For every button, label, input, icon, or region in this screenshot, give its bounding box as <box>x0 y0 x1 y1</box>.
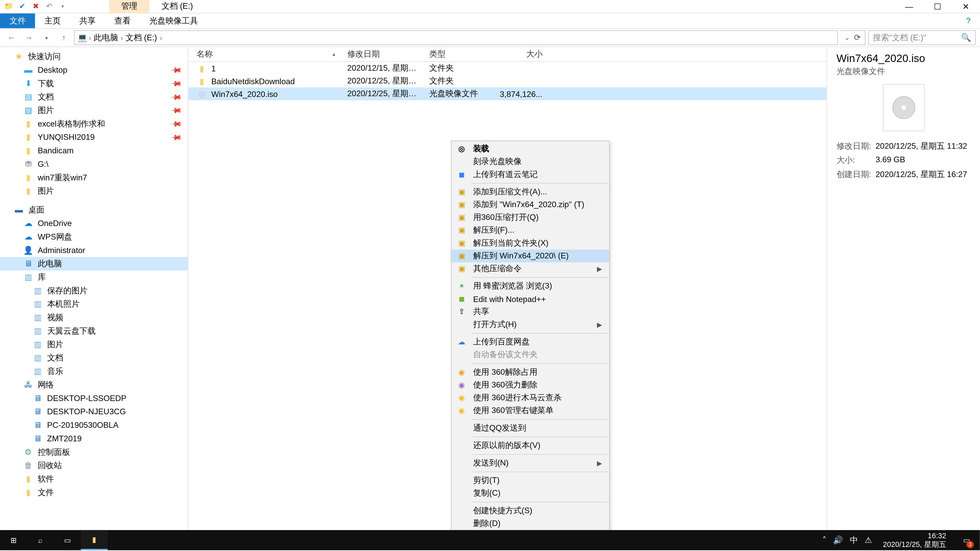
menu-notepadpp[interactable]: ◼Edit with Notepad++ <box>452 292 609 305</box>
tray-overflow[interactable]: ˄ <box>822 530 826 550</box>
menu-send-to[interactable]: 发送到(N)▶ <box>452 457 609 470</box>
menu-extract-to[interactable]: ▣解压到(F)... <box>452 224 609 237</box>
navigation-pane[interactable]: ★快速访问 ▬Desktop📌 ⬇下载📌 ▤文档📌 ▧图片📌 ▮excel表格制… <box>0 47 188 535</box>
folder-icon[interactable]: 📁 <box>3 0 15 12</box>
tree-bandicam[interactable]: ▮Bandicam <box>0 144 188 157</box>
tree-recycle[interactable]: 🗑回收站 <box>0 459 188 472</box>
menu-baidu-upload[interactable]: ☁上传到百度网盘 <box>452 336 609 348</box>
up-button[interactable]: ↑ <box>57 30 72 45</box>
menu-extract-here[interactable]: ▣解压到当前文件夹(X) <box>452 237 609 249</box>
col-size[interactable]: 大小 <box>490 48 549 60</box>
menu-extract-named[interactable]: ▣解压到 Win7x64_2020\ (E) <box>452 249 609 262</box>
col-name[interactable]: 名称▴ <box>188 48 339 60</box>
search-input[interactable]: 搜索"文档 (E:)" 🔍 <box>868 30 976 45</box>
menu-delete[interactable]: 删除(D) <box>452 517 609 530</box>
action-center-button[interactable]: ▭ 3 <box>957 530 976 550</box>
back-button[interactable]: ← <box>4 30 19 45</box>
close-button[interactable]: ✕ <box>952 0 980 13</box>
menu-qq-send[interactable]: 通过QQ发送到 <box>452 422 609 434</box>
col-date[interactable]: 修改日期 <box>339 48 422 60</box>
breadcrumb-docs[interactable]: 文档 (E:) <box>124 32 159 43</box>
delete-icon[interactable]: ✖ <box>30 0 41 12</box>
tree-documents2[interactable]: ▥文档 <box>0 351 188 365</box>
disc-image-tools-tab[interactable]: 光盘映像工具 <box>140 14 207 28</box>
tree-libraries[interactable]: ▥库 <box>0 270 188 284</box>
tree-saved-pics[interactable]: ▥保存的图片 <box>0 284 188 297</box>
menu-cut[interactable]: 剪切(T) <box>452 474 609 487</box>
tree-camera-roll[interactable]: ▥本机照片 <box>0 297 188 311</box>
recent-dropdown[interactable]: ▾ <box>39 30 54 45</box>
tree-desktop-root[interactable]: ▬桌面 <box>0 203 188 217</box>
tray-volume[interactable]: 🔊 <box>833 530 843 550</box>
tree-pc2[interactable]: 🖥DESKTOP-NJEU3CG <box>0 405 188 418</box>
task-view-button[interactable]: ▭ <box>54 530 81 550</box>
menu-360-trojan[interactable]: ◉使用 360进行木马云查杀 <box>452 392 609 404</box>
menu-open-360zip[interactable]: ▣用360压缩打开(Q) <box>452 211 609 224</box>
menu-shortcut[interactable]: 创建快捷方式(S) <box>452 505 609 517</box>
tree-pc3[interactable]: 🖥PC-20190530OBLA <box>0 418 188 432</box>
tree-pictures3[interactable]: ▥图片 <box>0 338 188 351</box>
tree-quick-access[interactable]: ★快速访问 <box>0 50 188 63</box>
menu-other-compress[interactable]: ▣其他压缩命令▶ <box>452 262 609 275</box>
tree-pc1[interactable]: 🖥DESKTOP-LSSOEDP <box>0 392 188 405</box>
tree-videos[interactable]: ▥视频 <box>0 311 188 324</box>
minimize-button[interactable]: — <box>895 0 923 13</box>
tray-network[interactable]: ⚠ <box>865 530 872 550</box>
tree-pictures[interactable]: ▧图片📌 <box>0 103 188 117</box>
refresh-icon[interactable]: ⟳ <box>854 33 861 42</box>
maximize-button[interactable]: ☐ <box>923 0 952 13</box>
tree-onedrive[interactable]: ☁OneDrive <box>0 217 188 230</box>
menu-copy[interactable]: 复制(C) <box>452 487 609 500</box>
start-button[interactable]: ⊞ <box>0 530 27 550</box>
tree-network[interactable]: 🖧网络 <box>0 378 188 392</box>
breadcrumb-bar[interactable]: 💻 › 此电脑 › 文档 (E:) › <box>74 30 838 45</box>
menu-add-archive[interactable]: ▣添加到压缩文件(A)... <box>452 186 609 198</box>
tree-win7rewin7[interactable]: ▮win7重装win7 <box>0 171 188 184</box>
tree-control-panel[interactable]: ⚙控制面板 <box>0 445 188 459</box>
menu-360-force-delete[interactable]: ◉使用 360强力删除 <box>452 379 609 392</box>
menu-restore[interactable]: 还原以前的版本(V) <box>452 439 609 452</box>
col-type[interactable]: 类型 <box>422 48 490 60</box>
tree-this-pc[interactable]: 🖥此电脑 <box>0 257 188 270</box>
dropdown-icon[interactable]: ⌄ <box>845 34 850 41</box>
file-row[interactable]: ▮1 2020/12/15, 星期二 1... 文件夹 <box>188 62 826 75</box>
tree-excel[interactable]: ▮excel表格制作求和📌 <box>0 117 188 130</box>
tree-pictures2[interactable]: ▮图片 <box>0 184 188 198</box>
menu-burn[interactable]: 刻录光盘映像 <box>452 156 609 168</box>
tree-administrator[interactable]: 👤Administrator <box>0 244 188 257</box>
menu-bee-browser[interactable]: ✶用 蜂蜜浏览器 浏览(3) <box>452 280 609 292</box>
tree-files[interactable]: ▮文件 <box>0 486 188 499</box>
tray-ime[interactable]: 中 <box>850 530 858 550</box>
tree-gdrive[interactable]: ⛃G:\ <box>0 157 188 171</box>
menu-mount[interactable]: ◎装载 <box>452 143 609 156</box>
help-icon[interactable]: ? <box>961 14 976 28</box>
tree-pc4[interactable]: 🖥ZMT2019 <box>0 432 188 445</box>
explorer-taskbar-button[interactable]: ▮ <box>81 530 107 550</box>
taskbar-clock[interactable]: 16:32 2020/12/25, 星期五 <box>879 531 950 549</box>
undo-icon[interactable]: ↶ <box>43 0 55 12</box>
forward-button[interactable]: → <box>21 30 36 45</box>
view-tab[interactable]: 查看 <box>105 14 140 28</box>
file-tab[interactable]: 文件 <box>0 14 35 28</box>
breadcrumb-this-pc[interactable]: 此电脑 <box>92 32 119 43</box>
tree-wps[interactable]: ☁WPS网盘 <box>0 230 188 244</box>
menu-open-with[interactable]: 打开方式(H)▶ <box>452 318 609 331</box>
manage-tab-header[interactable]: 管理 <box>109 0 149 14</box>
tree-desktop[interactable]: ▬Desktop📌 <box>0 63 188 77</box>
tree-music[interactable]: ▥音乐 <box>0 365 188 378</box>
tree-downloads[interactable]: ⬇下载📌 <box>0 77 188 90</box>
file-row[interactable]: ▮BaiduNetdiskDownload 2020/12/25, 星期五 1.… <box>188 75 826 87</box>
menu-add-zip[interactable]: ▣添加到 "Win7x64_2020.zip" (T) <box>452 198 609 211</box>
share-tab[interactable]: 共享 <box>70 14 105 28</box>
qat-dropdown-icon[interactable]: ▾ <box>57 0 68 12</box>
tree-tianyi[interactable]: ▥天翼云盘下载 <box>0 324 188 338</box>
menu-360-unlock[interactable]: ◉使用 360解除占用 <box>452 366 609 379</box>
menu-360-menu[interactable]: ◉使用 360管理右键菜单 <box>452 404 609 417</box>
save-icon[interactable]: ✔ <box>16 0 28 12</box>
search-button[interactable]: ⌕ <box>27 530 54 550</box>
home-tab[interactable]: 主页 <box>35 14 70 28</box>
file-row-selected[interactable]: ◎Win7x64_2020.iso 2020/12/25, 星期五 1... 光… <box>188 87 826 100</box>
tree-software[interactable]: ▮软件 <box>0 472 188 486</box>
menu-share[interactable]: ⇪共享 <box>452 305 609 318</box>
menu-youdao[interactable]: ◼上传到有道云笔记 <box>452 168 609 181</box>
